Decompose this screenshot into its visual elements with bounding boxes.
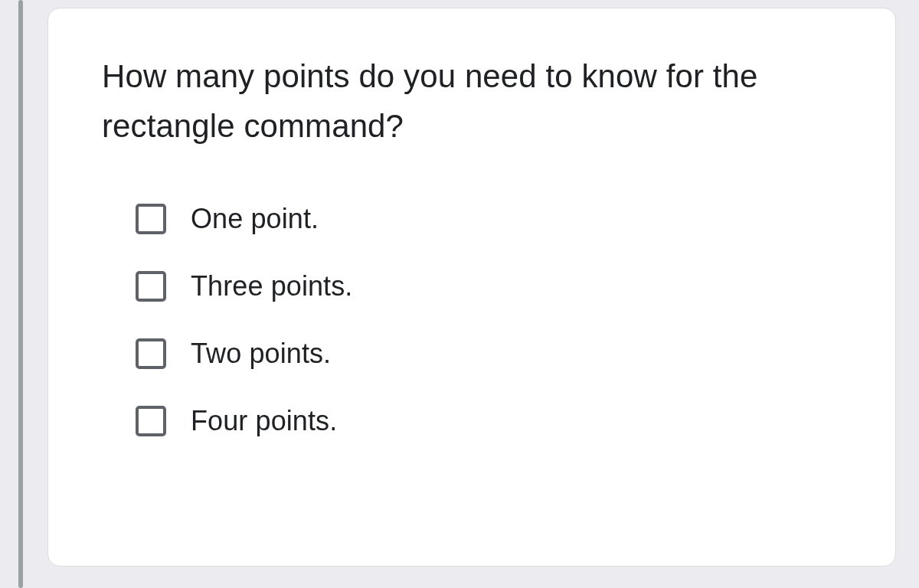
option-label: Two points.: [191, 338, 331, 370]
option-four-points[interactable]: Four points.: [136, 405, 842, 437]
option-label: One point.: [191, 203, 319, 235]
option-three-points[interactable]: Three points.: [136, 270, 842, 302]
option-two-points[interactable]: Two points.: [136, 338, 842, 370]
checkbox-icon[interactable]: [136, 271, 166, 302]
checkbox-icon[interactable]: [136, 406, 166, 436]
options-list: One point. Three points. Two points. Fou…: [102, 203, 842, 437]
question-card: How many points do you need to know for …: [47, 8, 896, 567]
side-accent-bar: [18, 0, 23, 588]
question-text: How many points do you need to know for …: [102, 51, 842, 151]
checkbox-icon[interactable]: [136, 338, 166, 369]
option-one-point[interactable]: One point.: [136, 203, 842, 235]
option-label: Three points.: [191, 270, 352, 302]
option-label: Four points.: [191, 405, 337, 437]
checkbox-icon[interactable]: [136, 204, 166, 234]
